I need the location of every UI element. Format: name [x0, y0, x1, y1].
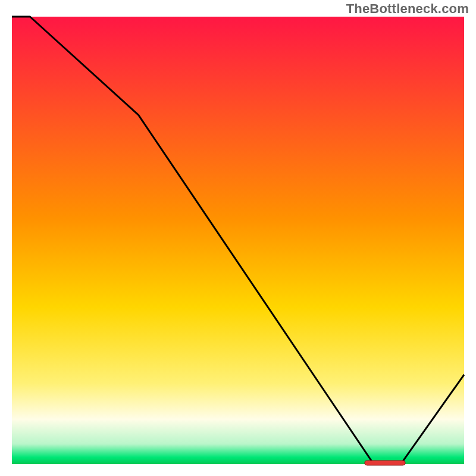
- chart-container: TheBottleneck.com: [0, 0, 476, 476]
- optimal-range-marker: [365, 461, 405, 465]
- plot-background: [12, 17, 464, 464]
- bottleneck-chart: [0, 0, 476, 476]
